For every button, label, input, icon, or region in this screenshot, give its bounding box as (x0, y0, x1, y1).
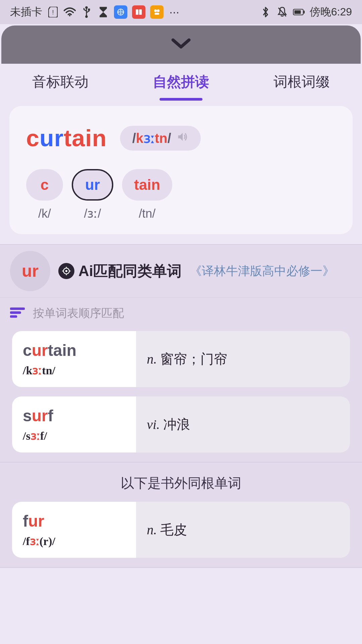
word-ipa: /sɜːf/ (23, 429, 125, 442)
segment-pill-tain[interactable]: tain (122, 169, 172, 201)
chevron-down-icon (171, 38, 191, 51)
word-item-surf[interactable]: surf /sɜːf/ vi.冲浪 (12, 396, 350, 452)
word-def: n.毛皮 (136, 502, 350, 558)
svg-rect-13 (303, 11, 304, 13)
sort-icon (10, 307, 25, 319)
brain-icon (58, 263, 74, 279)
collapse-bar[interactable] (1, 25, 361, 64)
status-left: 未插卡 ! ⋯ (10, 5, 180, 19)
svg-rect-6 (136, 9, 138, 15)
ai-header: ur Ai匹配同类单词 《译林牛津版高中必修一》 (0, 245, 362, 297)
word-list-extra: fur /fɜː(r)/ n.毛皮 (0, 502, 362, 558)
segment-row: c /k/ ur /ɜː/ tain /tn/ (26, 169, 336, 221)
sort-label: 按单词表顺序匹配 (33, 306, 124, 321)
segment-ipa-tain: /tn/ (139, 207, 156, 221)
word-item-curtain[interactable]: curtain /kɜːtn/ n.窗帘；门帘 (12, 331, 350, 387)
word-left: fur /fɜː(r)/ (12, 502, 136, 558)
battery-icon (293, 6, 305, 18)
word-part-ur: ur (40, 125, 64, 151)
pronunciation-pill[interactable]: /kɜːtn/ (120, 126, 200, 151)
sort-row[interactable]: 按单词表顺序匹配 (0, 297, 362, 331)
segment-c: c /k/ (26, 169, 63, 221)
svg-point-1 (69, 15, 71, 16)
ipa-text: /kɜːtn/ (132, 130, 171, 146)
svg-point-16 (65, 270, 67, 272)
app-icon-2 (132, 5, 145, 19)
word-left: surf /sɜːf/ (12, 396, 136, 452)
word-def: n.窗帘；门帘 (136, 331, 350, 387)
svg-rect-3 (88, 9, 90, 11)
bluetooth-icon (259, 6, 272, 18)
ai-title-row: Ai匹配同类单词 (58, 261, 182, 281)
sim-card-icon: ! (47, 6, 59, 18)
app-icon-1 (114, 5, 127, 19)
usb-icon (80, 6, 93, 18)
tab-phonics[interactable]: 自然拼读 (121, 72, 241, 91)
hourglass-icon (97, 6, 109, 18)
svg-point-2 (85, 6, 88, 9)
word-main: curtain (26, 125, 107, 152)
word-left: curtain /kɜːtn/ (12, 331, 136, 387)
word-part-c: c (26, 125, 40, 151)
segment-ur: ur /ɜː/ (72, 169, 113, 221)
word-def: vi.冲浪 (136, 396, 350, 452)
ai-section: ur Ai匹配同类单词 《译林牛津版高中必修一》 按单词表顺序匹配 curtai… (0, 244, 362, 568)
ai-title: Ai匹配同类单词 (78, 261, 182, 281)
tab-roots[interactable]: 词根词缀 (241, 72, 362, 91)
svg-rect-14 (294, 10, 301, 14)
word-part-tain: tain (64, 125, 107, 151)
tab-phonetic[interactable]: 音标联动 (0, 72, 121, 91)
segment-pill-c[interactable]: c (26, 169, 63, 201)
svg-rect-7 (139, 9, 142, 15)
ai-subtitle: 《译林牛津版高中必修一》 (190, 263, 335, 279)
word-card: curtain /kɜːtn/ c /k/ ur /ɜː/ tain /tn/ (9, 106, 353, 234)
word-text: curtain (23, 341, 125, 360)
svg-text:!: ! (52, 9, 54, 16)
wifi-icon (64, 6, 76, 18)
more-icon: ⋯ (168, 6, 180, 18)
tabs: 音标联动 自然拼读 词根词缀 (0, 64, 362, 100)
extra-section-title: 以下是书外同根单词 (0, 473, 362, 502)
sim-status: 未插卡 (10, 5, 42, 19)
segment-tain: tain /tn/ (122, 169, 172, 221)
segment-pill-ur[interactable]: ur (72, 169, 113, 201)
svg-point-9 (157, 9, 160, 12)
word-text: fur (23, 512, 125, 530)
clock-time: 傍晚6:29 (310, 5, 352, 19)
app-icon-3 (150, 5, 164, 19)
speaker-icon (177, 131, 189, 146)
word-list: curtain /kɜːtn/ n.窗帘；门帘 surf /sɜːf/ vi (0, 331, 362, 452)
word-ipa: /kɜːtn/ (23, 364, 125, 377)
pattern-badge: ur (10, 251, 50, 291)
svg-point-8 (154, 9, 157, 12)
segment-ipa-ur: /ɜː/ (84, 207, 101, 221)
segment-ipa-c: /k/ (38, 207, 51, 221)
word-main-row: curtain /kɜːtn/ (26, 125, 336, 152)
word-text: surf (23, 407, 125, 425)
word-item-fur[interactable]: fur /fɜː(r)/ n.毛皮 (12, 502, 350, 558)
svg-point-4 (85, 15, 88, 18)
divider (0, 462, 362, 463)
status-right: 傍晚6:29 (259, 5, 352, 19)
word-ipa: /fɜː(r)/ (23, 534, 125, 548)
svg-rect-10 (155, 13, 159, 15)
dnd-icon (276, 6, 288, 18)
status-bar: 未插卡 ! ⋯ 傍晚6:29 (0, 0, 362, 24)
